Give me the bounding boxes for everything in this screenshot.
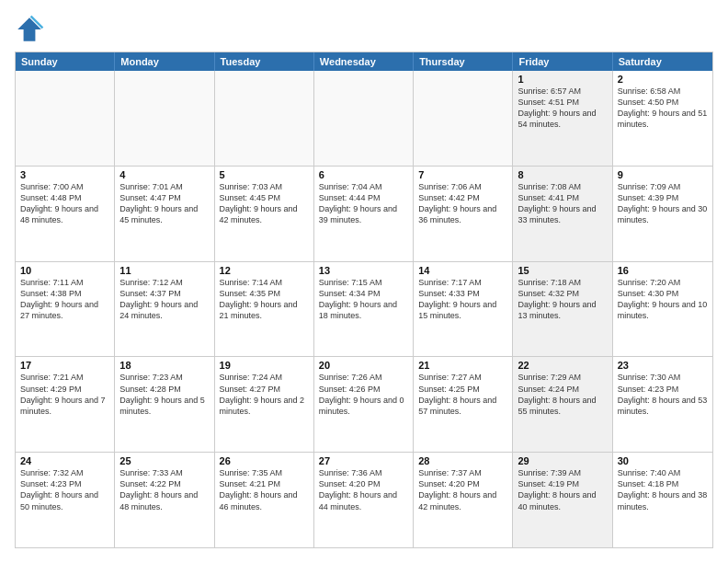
day-info: Sunrise: 7:27 AM Sunset: 4:25 PM Dayligh…: [418, 372, 507, 417]
calendar-cell: 29Sunrise: 7:39 AM Sunset: 4:19 PM Dayli…: [513, 453, 612, 547]
day-number: 30: [618, 455, 708, 466]
day-number: 13: [319, 265, 408, 276]
header-day-friday: Friday: [513, 52, 612, 71]
day-number: 23: [618, 360, 708, 371]
day-number: 7: [418, 169, 507, 180]
day-info: Sunrise: 7:20 AM Sunset: 4:30 PM Dayligh…: [618, 277, 708, 322]
day-info: Sunrise: 7:21 AM Sunset: 4:29 PM Dayligh…: [20, 372, 109, 417]
day-number: 28: [418, 455, 507, 466]
day-info: Sunrise: 7:29 AM Sunset: 4:24 PM Dayligh…: [518, 372, 607, 417]
day-number: 14: [418, 265, 507, 276]
day-number: 18: [119, 360, 209, 371]
calendar-cell: 4Sunrise: 7:01 AM Sunset: 4:47 PM Daylig…: [115, 167, 214, 261]
calendar-cell: 6Sunrise: 7:04 AM Sunset: 4:44 PM Daylig…: [314, 167, 414, 261]
day-info: Sunrise: 7:15 AM Sunset: 4:34 PM Dayligh…: [319, 277, 408, 322]
day-number: 19: [220, 360, 309, 371]
day-number: 8: [518, 169, 607, 180]
day-number: 4: [119, 169, 209, 180]
day-info: Sunrise: 7:09 AM Sunset: 4:39 PM Dayligh…: [618, 181, 708, 226]
calendar-cell: 26Sunrise: 7:35 AM Sunset: 4:21 PM Dayli…: [215, 453, 314, 547]
calendar-cell: 28Sunrise: 7:37 AM Sunset: 4:20 PM Dayli…: [414, 453, 513, 547]
day-info: Sunrise: 7:36 AM Sunset: 4:20 PM Dayligh…: [319, 467, 408, 512]
header-day-monday: Monday: [115, 52, 214, 71]
day-number: 25: [119, 455, 209, 466]
calendar-cell: [16, 71, 115, 166]
day-info: Sunrise: 7:33 AM Sunset: 4:22 PM Dayligh…: [119, 467, 209, 512]
day-number: 29: [518, 455, 607, 466]
header-day-thursday: Thursday: [414, 52, 513, 71]
day-number: 27: [319, 455, 408, 466]
calendar-row-3: 10Sunrise: 7:11 AM Sunset: 4:38 PM Dayli…: [16, 262, 712, 358]
day-info: Sunrise: 7:03 AM Sunset: 4:45 PM Dayligh…: [220, 181, 309, 226]
calendar-cell: 21Sunrise: 7:27 AM Sunset: 4:25 PM Dayli…: [414, 357, 513, 452]
calendar-cell: 2Sunrise: 6:58 AM Sunset: 4:50 PM Daylig…: [613, 71, 712, 166]
calendar-cell: 19Sunrise: 7:24 AM Sunset: 4:27 PM Dayli…: [215, 357, 314, 452]
day-info: Sunrise: 7:01 AM Sunset: 4:47 PM Dayligh…: [119, 181, 209, 226]
calendar-cell: 27Sunrise: 7:36 AM Sunset: 4:20 PM Dayli…: [314, 453, 414, 547]
day-number: 21: [418, 360, 507, 371]
calendar-cell: 3Sunrise: 7:00 AM Sunset: 4:48 PM Daylig…: [16, 167, 115, 261]
calendar-cell: 8Sunrise: 7:08 AM Sunset: 4:41 PM Daylig…: [513, 167, 612, 261]
day-info: Sunrise: 7:35 AM Sunset: 4:21 PM Dayligh…: [220, 467, 309, 512]
calendar-cell: 5Sunrise: 7:03 AM Sunset: 4:45 PM Daylig…: [215, 167, 314, 261]
day-info: Sunrise: 7:04 AM Sunset: 4:44 PM Dayligh…: [319, 181, 408, 226]
calendar-cell: 10Sunrise: 7:11 AM Sunset: 4:38 PM Dayli…: [16, 262, 115, 357]
day-info: Sunrise: 6:57 AM Sunset: 4:51 PM Dayligh…: [518, 86, 607, 131]
calendar-cell: [314, 71, 414, 166]
calendar-cell: 1Sunrise: 6:57 AM Sunset: 4:51 PM Daylig…: [513, 71, 612, 166]
day-info: Sunrise: 7:11 AM Sunset: 4:38 PM Dayligh…: [20, 277, 109, 322]
day-number: 17: [20, 360, 109, 371]
day-info: Sunrise: 7:18 AM Sunset: 4:32 PM Dayligh…: [518, 277, 607, 322]
calendar-cell: 14Sunrise: 7:17 AM Sunset: 4:33 PM Dayli…: [414, 262, 513, 357]
day-number: 3: [20, 169, 109, 180]
calendar-header: SundayMondayTuesdayWednesdayThursdayFrid…: [16, 52, 712, 71]
day-info: Sunrise: 7:12 AM Sunset: 4:37 PM Dayligh…: [119, 277, 209, 322]
calendar: SundayMondayTuesdayWednesdayThursdayFrid…: [15, 52, 713, 548]
logo: [15, 15, 48, 44]
calendar-cell: 9Sunrise: 7:09 AM Sunset: 4:39 PM Daylig…: [613, 167, 712, 261]
header-day-wednesday: Wednesday: [314, 52, 414, 71]
calendar-cell: 22Sunrise: 7:29 AM Sunset: 4:24 PM Dayli…: [513, 357, 612, 452]
calendar-cell: 20Sunrise: 7:26 AM Sunset: 4:26 PM Dayli…: [314, 357, 414, 452]
day-info: Sunrise: 7:23 AM Sunset: 4:28 PM Dayligh…: [119, 372, 209, 417]
day-info: Sunrise: 7:14 AM Sunset: 4:35 PM Dayligh…: [220, 277, 309, 322]
calendar-cell: [215, 71, 314, 166]
calendar-cell: 11Sunrise: 7:12 AM Sunset: 4:37 PM Dayli…: [115, 262, 214, 357]
calendar-cell: 24Sunrise: 7:32 AM Sunset: 4:23 PM Dayli…: [16, 453, 115, 547]
day-number: 26: [220, 455, 309, 466]
calendar-cell: 13Sunrise: 7:15 AM Sunset: 4:34 PM Dayli…: [314, 262, 414, 357]
day-number: 5: [220, 169, 309, 180]
logo-icon: [15, 15, 44, 44]
day-info: Sunrise: 6:58 AM Sunset: 4:50 PM Dayligh…: [618, 86, 708, 131]
day-number: 6: [319, 169, 408, 180]
calendar-cell: 12Sunrise: 7:14 AM Sunset: 4:35 PM Dayli…: [215, 262, 314, 357]
day-number: 2: [618, 74, 708, 85]
day-info: Sunrise: 7:08 AM Sunset: 4:41 PM Dayligh…: [518, 181, 607, 226]
day-info: Sunrise: 7:32 AM Sunset: 4:23 PM Dayligh…: [20, 467, 109, 512]
day-info: Sunrise: 7:40 AM Sunset: 4:18 PM Dayligh…: [618, 467, 708, 512]
day-info: Sunrise: 7:00 AM Sunset: 4:48 PM Dayligh…: [20, 181, 109, 226]
header-day-sunday: Sunday: [16, 52, 115, 71]
day-number: 20: [319, 360, 408, 371]
calendar-row-4: 17Sunrise: 7:21 AM Sunset: 4:29 PM Dayli…: [16, 357, 712, 453]
day-info: Sunrise: 7:17 AM Sunset: 4:33 PM Dayligh…: [418, 277, 507, 322]
calendar-cell: 18Sunrise: 7:23 AM Sunset: 4:28 PM Dayli…: [115, 357, 214, 452]
day-number: 24: [20, 455, 109, 466]
calendar-cell: 23Sunrise: 7:30 AM Sunset: 4:23 PM Dayli…: [613, 357, 712, 452]
calendar-cell: 15Sunrise: 7:18 AM Sunset: 4:32 PM Dayli…: [513, 262, 612, 357]
day-info: Sunrise: 7:26 AM Sunset: 4:26 PM Dayligh…: [319, 372, 408, 417]
day-number: 12: [220, 265, 309, 276]
header-day-tuesday: Tuesday: [215, 52, 314, 71]
day-number: 1: [518, 74, 607, 85]
calendar-cell: 7Sunrise: 7:06 AM Sunset: 4:42 PM Daylig…: [414, 167, 513, 261]
calendar-cell: [115, 71, 214, 166]
day-info: Sunrise: 7:30 AM Sunset: 4:23 PM Dayligh…: [618, 372, 708, 417]
calendar-cell: 30Sunrise: 7:40 AM Sunset: 4:18 PM Dayli…: [613, 453, 712, 547]
calendar-cell: 25Sunrise: 7:33 AM Sunset: 4:22 PM Dayli…: [115, 453, 214, 547]
day-info: Sunrise: 7:06 AM Sunset: 4:42 PM Dayligh…: [418, 181, 507, 226]
day-number: 11: [119, 265, 209, 276]
day-info: Sunrise: 7:39 AM Sunset: 4:19 PM Dayligh…: [518, 467, 607, 512]
day-number: 22: [518, 360, 607, 371]
day-number: 10: [20, 265, 109, 276]
svg-marker-0: [17, 17, 41, 41]
